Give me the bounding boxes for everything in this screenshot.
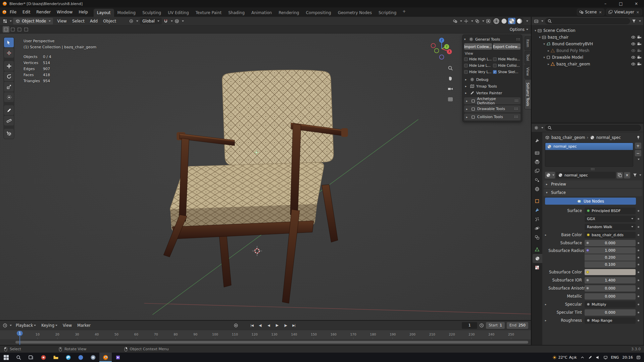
bazq-chair-d-dds-selector[interactable]: bazq_chair_d.dds — [585, 232, 636, 238]
decorator-dot[interactable] — [636, 320, 641, 321]
jump-to-end-button[interactable]: ▶| — [290, 322, 298, 329]
properties-tab-constraints[interactable] — [532, 233, 542, 242]
viewport-menu-select[interactable]: Select — [69, 19, 87, 23]
browse-material-button[interactable] — [545, 172, 555, 178]
outliner-row-bound-poly-mesh[interactable]: ▸Bound Poly Mesh — [532, 47, 643, 54]
sidebar-tab-tool[interactable]: Tool — [525, 51, 531, 64]
list-resize-grip[interactable] — [591, 168, 595, 170]
panel-grip[interactable] — [514, 108, 518, 110]
app-purple-button[interactable] — [112, 353, 124, 362]
menu-help[interactable]: Help — [76, 10, 91, 14]
properties-tab-physics[interactable] — [532, 224, 542, 233]
checkbox-box[interactable] — [464, 57, 468, 61]
properties-tab-modifiers[interactable] — [532, 206, 542, 215]
select-mode-intersect-button[interactable] — [23, 26, 30, 33]
panel-drawable-tools[interactable]: ▸Drawable Tools — [464, 105, 521, 112]
hide-viewport-icon[interactable] — [631, 62, 636, 66]
decorator-dot[interactable] — [636, 257, 641, 258]
auto-keying-icon[interactable] — [234, 323, 238, 328]
value-field[interactable]: 0.000 — [585, 240, 636, 246]
panel-grip[interactable] — [515, 100, 518, 102]
hide-viewport-icon[interactable] — [631, 42, 636, 46]
pen-icon[interactable] — [588, 355, 592, 360]
snap-magnet-icon[interactable] — [163, 19, 168, 23]
tool-move-button[interactable] — [4, 61, 14, 71]
timeline-menu-marker[interactable]: Marker — [75, 323, 93, 328]
network-icon[interactable] — [603, 355, 608, 360]
file-explorer-button[interactable] — [50, 353, 62, 362]
surface-section-header[interactable]: ▾ Surface — [544, 189, 642, 196]
timeline-ruler[interactable]: 1020304050607080901001101201301401501601… — [0, 330, 531, 339]
axis-minus-x[interactable] — [431, 44, 436, 48]
decorator-dot[interactable] — [636, 226, 641, 228]
shading-material-button[interactable] — [508, 18, 515, 24]
value-field[interactable]: 1.000 — [585, 247, 636, 254]
speaker-icon[interactable] — [596, 355, 600, 360]
properties-search-field[interactable] — [545, 125, 641, 131]
hide-render-icon[interactable] — [637, 62, 642, 66]
hide-viewport-icon[interactable] — [631, 55, 636, 60]
viewport-menu-view[interactable]: View — [54, 19, 69, 23]
shading-rendered-button[interactable] — [516, 18, 523, 24]
hide-render-icon[interactable] — [637, 42, 642, 46]
tool-add-cube-button[interactable] — [4, 129, 14, 139]
timeline-editor-icon[interactable] — [3, 323, 7, 328]
multiply-selector[interactable]: Multiply — [585, 301, 636, 308]
value-field[interactable]: 0.000 — [585, 285, 636, 292]
value-field[interactable]: 0.000 — [585, 309, 636, 316]
workspace-tab-rendering[interactable]: Rendering — [275, 9, 302, 17]
decorator-dot[interactable] — [636, 242, 641, 244]
perspective-grid-icon[interactable] — [447, 96, 453, 102]
shading-wireframe-button[interactable] — [493, 18, 500, 24]
decorator-dot[interactable] — [636, 288, 641, 289]
subsection-debug[interactable]: ▸Debug — [464, 76, 521, 83]
navigation-gizmo[interactable]: Z Y X — [431, 38, 453, 60]
current-frame-field[interactable]: 1 — [462, 322, 477, 329]
close-button[interactable]: × — [629, 0, 644, 7]
viewport-menu-add[interactable]: Add — [87, 19, 100, 23]
value-field[interactable]: 0.200 — [585, 254, 636, 261]
task-view-button[interactable] — [25, 353, 37, 362]
select-mode-subtract-button[interactable] — [16, 26, 23, 33]
timeline-menu-view[interactable]: View — [60, 323, 75, 328]
general-tools-header[interactable]: ▾ General Tools — [464, 36, 521, 43]
expand-caret[interactable]: ▸ — [545, 319, 548, 322]
workspace-tab-uv-editing[interactable]: UV Editing — [164, 9, 192, 17]
hide-viewport-icon[interactable] — [631, 35, 636, 40]
notification-center-icon[interactable] — [636, 355, 641, 360]
properties-tab-texture[interactable] — [532, 263, 542, 272]
new-material-copy-button[interactable] — [616, 172, 623, 178]
menu-edit[interactable]: Edit — [19, 10, 33, 14]
decorator-dot[interactable] — [636, 312, 641, 313]
playhead-current-frame[interactable]: 1 — [17, 331, 23, 336]
camera-view-icon[interactable] — [447, 86, 453, 92]
expand-caret[interactable]: ▾ — [538, 36, 542, 39]
checkbox-hide-very-l[interactable]: Hide Very L... — [464, 69, 492, 74]
viewlayer-selector[interactable]: ViewLayer × — [606, 9, 642, 15]
workspace-tab-layout[interactable]: Layout — [94, 9, 114, 17]
tool-scale-button[interactable] — [4, 82, 14, 92]
tool-rotate-button[interactable] — [4, 71, 14, 81]
tool-transform-button[interactable] — [4, 92, 14, 102]
sidebar-tab-view[interactable]: View — [525, 64, 531, 79]
checkbox-box[interactable] — [464, 64, 468, 67]
search-button[interactable] — [12, 353, 25, 362]
orientation-selector[interactable]: Global — [140, 18, 162, 24]
sidebar-tab-item[interactable]: Item — [525, 36, 531, 50]
outliner-row-bound-geometrybvh[interactable]: ▾Bound GeometryBVH — [532, 41, 643, 47]
hide-render-icon[interactable] — [637, 35, 642, 40]
menu-render[interactable]: Render — [33, 10, 54, 14]
workspace-tab-sculpting[interactable]: Sculpting — [139, 9, 164, 17]
decorator-dot[interactable] — [636, 250, 641, 251]
panel-archetype-definition[interactable]: ▸Archetype Definition — [464, 97, 521, 104]
properties-tab-tool[interactable] — [532, 136, 542, 145]
xray-toggle-icon[interactable] — [486, 19, 491, 23]
menu-file[interactable]: File — [7, 10, 19, 14]
add-slot-button[interactable]: + — [635, 143, 641, 149]
language-indicator[interactable]: ENG — [611, 355, 619, 360]
timeline-menu-keying[interactable]: Keying — [39, 323, 60, 328]
proportional-editing-icon[interactable] — [175, 19, 179, 23]
workspace-tab-texture-paint[interactable]: Texture Paint — [192, 9, 225, 17]
checkbox-box[interactable] — [493, 57, 497, 61]
properties-tab-object-data[interactable] — [532, 245, 542, 254]
